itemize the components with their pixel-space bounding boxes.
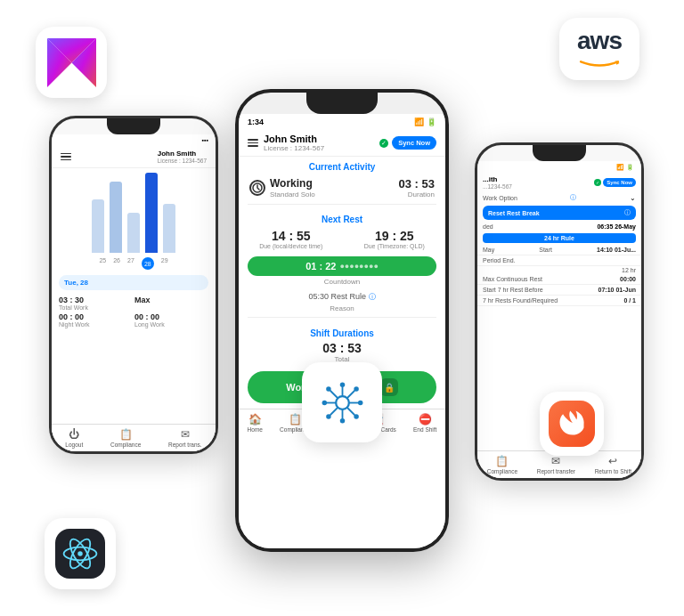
svg-point-7 xyxy=(77,551,83,556)
report-icon-left: ✉ xyxy=(181,428,190,441)
rest-times-row: 14 : 55 Due (local/device time) 19 : 25 … xyxy=(239,227,445,253)
center-status-icons: 📶 🔋 xyxy=(414,118,436,126)
right-nav-compliance[interactable]: 📋 Compliance xyxy=(487,455,517,474)
right-max-continuous: Max Continuous Rest 00:00 xyxy=(477,274,641,285)
left-stat-long-work-lbl: Night Work xyxy=(59,321,133,328)
left-bottom-nav: ⏻ Logout 📋 Compliance ✉ Report trans. xyxy=(52,424,216,451)
countdown-bar: 01 : 22 ●●●●●●●● xyxy=(248,256,436,276)
chart-label-1: 25 xyxy=(99,257,106,270)
center-app-header: John Smith License : 1234-567 ✓ Sync Now xyxy=(239,130,445,157)
left-license: License : 1234-567 xyxy=(158,158,207,164)
working-status-sub: Standard Solo xyxy=(270,190,315,199)
chart-bar-4 xyxy=(145,173,158,253)
svg-point-20 xyxy=(322,400,327,405)
duration-value: 03 : 53 xyxy=(399,177,435,190)
reset-rest-break-button[interactable]: Reset Rest Break xyxy=(488,210,540,216)
swift-logo xyxy=(540,392,604,456)
svg-line-14 xyxy=(330,390,337,397)
working-status-icon xyxy=(249,180,265,196)
left-nav-report[interactable]: ✉ Report trans. xyxy=(168,428,202,448)
working-status-text: Working xyxy=(270,177,315,190)
left-user-info: John Smith License : 1234-567 xyxy=(158,150,207,164)
right-license: ...1234-567 xyxy=(483,183,512,190)
next-rest-title: Next Rest xyxy=(239,209,445,227)
activity-left: Working Standard Solo xyxy=(249,177,315,199)
right-status-icons: 📶 🔋 xyxy=(616,164,634,171)
may-start-val: 14:10 01-Ju... xyxy=(597,247,636,253)
countdown-label: Countdown xyxy=(248,278,436,286)
chart-label-3: 27 xyxy=(127,257,134,270)
shift-total-value: 03 : 53 xyxy=(239,341,445,355)
right-nav-report[interactable]: ✉ Report transfer xyxy=(537,455,575,474)
center-user-info: John Smith License : 1234-567 xyxy=(264,134,324,152)
right-sync-check: ✓ xyxy=(594,179,601,186)
left-stat-night-work: Max xyxy=(134,296,208,311)
svg-point-18 xyxy=(339,382,345,387)
center-hamburger[interactable] xyxy=(248,139,258,147)
center-status-bar: 1:34 📶 🔋 xyxy=(239,114,445,130)
chart-bar-5 xyxy=(163,204,175,253)
center-time: 1:34 xyxy=(248,118,264,126)
left-day-stats: 03 : 30 Total Work Max 00 : 00 Night Wor… xyxy=(52,293,216,330)
current-activity-row: Working Standard Solo 03 : 53 Duration xyxy=(239,174,445,201)
right-user-info: ...ith ...1234-567 xyxy=(483,175,512,190)
divider-1 xyxy=(248,204,436,205)
svg-point-25 xyxy=(326,414,331,419)
svg-point-23 xyxy=(354,414,359,419)
compliance-icon-left: 📋 xyxy=(119,428,133,441)
left-nav-report-label: Report trans. xyxy=(168,442,202,448)
svg-line-16 xyxy=(347,390,354,397)
report-icon-right: ✉ xyxy=(551,455,560,467)
countdown-value: 01 : 22 xyxy=(305,261,336,272)
right-sync-button[interactable]: Sync Now xyxy=(603,178,636,187)
right-user-name: ...ith xyxy=(483,175,512,183)
svg-point-22 xyxy=(326,386,331,392)
left-app-header: John Smith License : 1234-567 xyxy=(52,146,216,168)
left-selected-day: Tue, 28 xyxy=(59,275,208,290)
center-license: License : 1234-567 xyxy=(264,144,324,152)
svg-point-21 xyxy=(357,400,362,405)
rests-found-val: 0 / 1 xyxy=(623,297,636,304)
max-continuous-label: Max Continuous Rest xyxy=(483,276,542,282)
compliance-icon-center: 📋 xyxy=(289,413,302,426)
rests-found-label: 7 hr Rests Found/Required xyxy=(483,297,558,304)
left-stat-night-work-val: Max xyxy=(134,296,208,304)
shift-durations-title: Shift Durations xyxy=(239,323,445,341)
due-tz-block: 19 : 25 Due (Timezone: QLD) xyxy=(364,229,425,249)
duration-label: Duration xyxy=(399,190,435,199)
right-nav-return[interactable]: ↩ Return to Shift xyxy=(595,455,632,474)
svg-line-17 xyxy=(330,408,337,415)
due-tz-value: 19 : 25 xyxy=(364,229,425,243)
activity-label: Working Standard Solo xyxy=(270,177,315,199)
left-nav-compliance[interactable]: 📋 Compliance xyxy=(110,428,141,448)
end-shift-icon: ⛔ xyxy=(419,413,432,426)
sync-check-icon: ✓ xyxy=(379,139,388,148)
left-nav-compliance-label: Compliance xyxy=(110,442,141,448)
center-nav-home[interactable]: 🏠 Home xyxy=(248,413,263,433)
right-nav-return-label: Return to Shift xyxy=(595,468,632,474)
left-nav-bar: ⏻ Logout 📋 Compliance ✉ Report trans. xyxy=(52,424,216,451)
right-work-option: Work Option ⓘ ⌄ xyxy=(477,191,641,204)
chart-label-5: 29 xyxy=(161,257,168,270)
right-chevron-down: ⌄ xyxy=(630,194,636,202)
left-status-icons: ▪▪▪ xyxy=(202,137,208,143)
center-nav-end-shift[interactable]: ⛔ End Shift xyxy=(413,413,436,433)
right-header: ...ith ...1234-567 ✓ Sync Now xyxy=(477,174,641,191)
svg-point-19 xyxy=(339,417,345,423)
aws-text: aws xyxy=(577,27,622,55)
left-phone: ▪▪▪ John Smith License : 1234-567 25 26 … xyxy=(49,116,218,454)
rest-rule-value: 05:30 Rest Rule ⓘ xyxy=(239,289,445,304)
due-local-value: 14 : 55 xyxy=(259,229,322,243)
right-work-option-info: ⓘ xyxy=(570,193,576,202)
left-stat-night-lbl: 00 : 00 Long Work xyxy=(134,312,208,328)
sync-now-button[interactable]: Sync Now xyxy=(392,136,436,150)
left-user-name: John Smith xyxy=(158,150,207,158)
left-stat-lw-val: 00 : 00 xyxy=(134,312,208,321)
left-nav-logout-label: Logout xyxy=(65,442,83,448)
aws-logo: aws xyxy=(559,18,639,80)
right-reset-break-area: Reset Rest Break ⓘ xyxy=(483,206,636,220)
left-nav-logout[interactable]: ⏻ Logout xyxy=(65,428,83,448)
max-continuous-val: 00:00 xyxy=(620,276,636,282)
lock-icon: 🔒 xyxy=(380,378,398,396)
left-stat-total-work-lbl: Total Work xyxy=(59,304,133,311)
